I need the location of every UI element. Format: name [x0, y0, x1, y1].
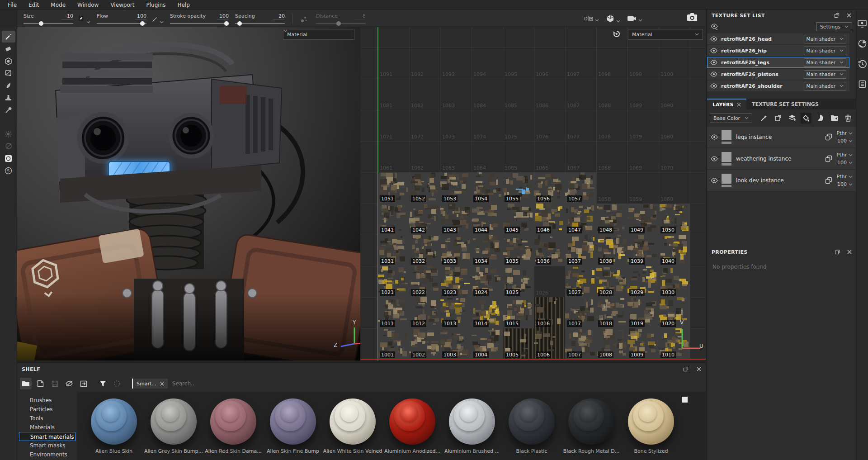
eraser-tool-icon[interactable]	[2, 43, 15, 55]
undock-icon[interactable]	[683, 366, 689, 372]
split-view-icon[interactable]: D	[584, 15, 599, 22]
camera-view-icon[interactable]	[627, 15, 642, 22]
udim-tile-1069[interactable]: 1069	[627, 141, 659, 172]
texture-set-row[interactable]: retrofitAF26_shoulderMain shader	[707, 81, 849, 91]
layer-opacity[interactable]: 100	[837, 138, 853, 144]
slider-knob[interactable]	[140, 21, 145, 26]
udim-tile-1098[interactable]: 1098	[596, 47, 627, 79]
symmetry-tool-icon[interactable]	[2, 140, 15, 152]
udim-tile-1044[interactable]: 1044	[472, 204, 503, 235]
add-effect-icon[interactable]	[773, 113, 783, 123]
udim-tile-1067[interactable]: 1067	[565, 141, 596, 172]
udim-tile-1066[interactable]: 1066	[534, 141, 565, 172]
visibility-eye-icon[interactable]	[710, 71, 717, 77]
projection-tool-icon[interactable]	[2, 55, 15, 67]
material-item[interactable]: Alien Blue Skin	[84, 398, 144, 460]
slider-knob[interactable]	[39, 21, 43, 26]
udim-tile-1027[interactable]: 1027	[565, 266, 596, 297]
udim-tile-1029[interactable]: 1029	[627, 266, 659, 297]
udim-tile-1032[interactable]: 1032	[409, 235, 440, 266]
udim-tile-1075[interactable]: 1075	[503, 110, 534, 141]
udim-tile-1057[interactable]: 1057	[565, 172, 596, 204]
udim-tile-1064[interactable]: 1064	[472, 141, 503, 172]
paint-brush-tool-icon[interactable]	[2, 31, 15, 43]
udim-tile-1041[interactable]: 1041	[378, 204, 409, 235]
udim-tile-1006[interactable]: 1006	[534, 328, 565, 360]
menu-mode[interactable]: Mode	[45, 0, 71, 10]
display-settings-icon[interactable]	[858, 20, 867, 28]
udim-tile-1002[interactable]: 1002	[409, 328, 440, 360]
quick-mask-tool-icon[interactable]	[2, 152, 15, 164]
menu-plugins[interactable]: Plugins	[140, 0, 171, 10]
add-layer-icon[interactable]	[787, 113, 797, 123]
udim-tile-1033[interactable]: 1033	[440, 235, 472, 266]
undock-icon[interactable]	[835, 249, 840, 255]
menu-file[interactable]: File	[2, 0, 23, 10]
active-filter-tag[interactable]: Smart...	[132, 379, 168, 389]
udim-tile-1026[interactable]: 1026	[534, 266, 565, 297]
udim-tile-1053[interactable]: 1053	[440, 172, 472, 204]
udim-tile-1048[interactable]: 1048	[596, 204, 627, 235]
menu-help[interactable]: Help	[171, 0, 195, 10]
udim-tile-1013[interactable]: 1013	[440, 297, 472, 328]
slider-track[interactable]	[97, 23, 146, 24]
udim-tile-1091[interactable]: 1091	[378, 47, 409, 79]
udim-tile-1062[interactable]: 1062	[409, 141, 440, 172]
udim-tile-1047[interactable]: 1047	[565, 204, 596, 235]
menu-edit[interactable]: Edit	[23, 0, 45, 10]
shader-assignment-dropdown[interactable]: Main shader	[804, 47, 846, 55]
material-item[interactable]: Alien Grey Skin Bump...	[144, 398, 203, 460]
udim-tile-1093[interactable]: 1093	[440, 47, 472, 79]
udim-tile-1045[interactable]: 1045	[503, 204, 534, 235]
udim-tile-1039[interactable]: 1039	[627, 235, 659, 266]
udim-tile-1022[interactable]: 1022	[409, 266, 440, 297]
udim-tile-1028[interactable]: 1028	[596, 266, 627, 297]
udim-tile-1061[interactable]: 1061	[378, 141, 409, 172]
magic-wand-icon[interactable]	[759, 113, 769, 123]
slider-flow[interactable]: Flow100	[97, 13, 146, 24]
udim-tile-1011[interactable]: 1011	[378, 297, 409, 328]
slider-knob[interactable]	[336, 21, 341, 26]
udim-tile-1059[interactable]: 1059	[627, 172, 659, 204]
resize-handle[interactable]	[682, 397, 688, 403]
tab-texture-set-settings[interactable]: TEXTURE SET SETTINGS	[746, 99, 824, 109]
material-item[interactable]: Black Plastic	[502, 398, 561, 460]
menu-viewport[interactable]: Viewport	[104, 0, 140, 10]
remove-filter-icon[interactable]	[160, 382, 164, 386]
texture-set-row[interactable]: retrofitAF26_hipMain shader	[707, 45, 849, 56]
udim-tile-1082[interactable]: 1082	[409, 79, 440, 110]
udim-tile-1092[interactable]: 1092	[409, 47, 440, 79]
add-smart-material-icon[interactable]	[815, 113, 826, 123]
udim-tile-1024[interactable]: 1024	[472, 266, 503, 297]
slider-spacing[interactable]: Spacing20	[235, 13, 285, 24]
slider-value[interactable]: 10	[61, 13, 73, 19]
undock-icon[interactable]	[834, 13, 840, 18]
udim-tile-1007[interactable]: 1007	[565, 328, 596, 360]
slider-stroke-opacity[interactable]: Stroke opacity100	[170, 13, 229, 24]
udim-tile-1051[interactable]: 1051	[378, 172, 409, 204]
udim-tile-1076[interactable]: 1076	[534, 110, 565, 141]
shelf-category-environments[interactable]: Environments	[17, 450, 77, 459]
udim-tile-1046[interactable]: 1046	[534, 204, 565, 235]
visibility-eye-icon[interactable]	[711, 134, 718, 140]
layer-thumbnail[interactable]	[722, 130, 731, 144]
layer-row[interactable]: look dev instancePthr100	[707, 170, 856, 191]
stroke-path-icon[interactable]	[152, 13, 164, 24]
udim-tile-1080[interactable]: 1080	[659, 110, 690, 141]
udim-tile-1034[interactable]: 1034	[472, 235, 503, 266]
smudge-tool-icon[interactable]	[2, 80, 15, 91]
udim-tile-1015[interactable]: 1015	[503, 297, 534, 328]
shelf-hide-icon[interactable]	[63, 378, 75, 389]
udim-tile-1097[interactable]: 1097	[565, 47, 596, 79]
udim-tile-1018[interactable]: 1018	[596, 297, 627, 328]
slider-distance[interactable]: Distance8	[316, 13, 366, 24]
close-icon[interactable]	[697, 366, 701, 372]
filter-shape-icon[interactable]	[111, 378, 123, 389]
material-item[interactable]: Bone Stylized	[621, 398, 681, 460]
close-icon[interactable]	[847, 13, 851, 18]
layer-opacity[interactable]: 100	[837, 160, 853, 166]
material-item[interactable]: Black Rough Metal D...	[561, 398, 621, 460]
3d-view-icon[interactable]	[606, 14, 620, 23]
layer-row[interactable]: weathering instancePthr100	[707, 148, 856, 169]
texture-set-row[interactable]: retrofitAF26_headMain shader	[707, 33, 849, 44]
